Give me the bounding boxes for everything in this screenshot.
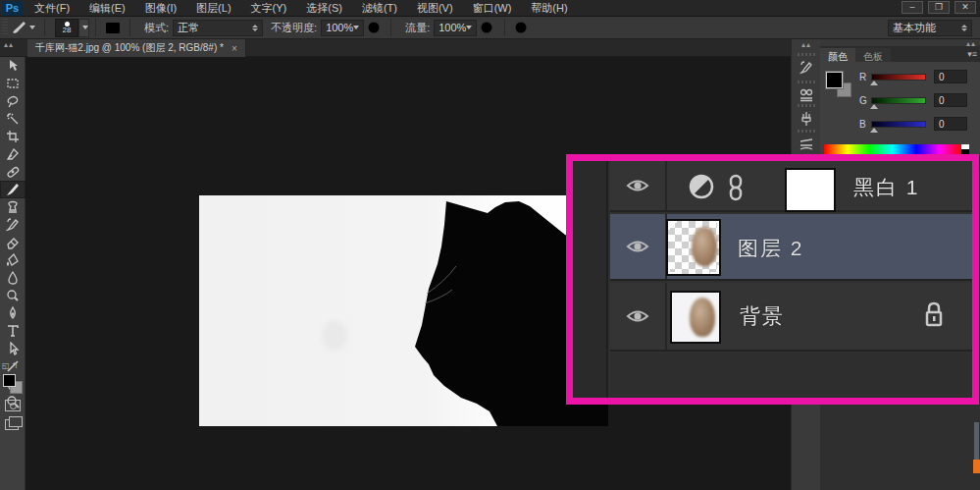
magic-wand-tool[interactable] (0, 110, 26, 128)
layer-mask-thumbnail[interactable] (785, 168, 836, 212)
blur-tool[interactable] (0, 269, 26, 287)
mode-label: 模式: (144, 21, 169, 35)
dodge-tool[interactable] (0, 287, 26, 304)
minimize-button[interactable]: – (902, 1, 923, 14)
screen-mode-icon[interactable] (5, 419, 19, 430)
menu-filter[interactable]: 滤镜(T) (352, 0, 407, 17)
panel-foreground-swatch[interactable] (826, 72, 843, 88)
pen-tool[interactable] (0, 304, 26, 322)
healing-brush-tool[interactable] (0, 163, 26, 181)
history-brush-tool[interactable] (0, 216, 26, 234)
chevron-down-icon (29, 26, 35, 29)
pressure-size-icon[interactable] (511, 18, 532, 37)
crop-tool[interactable] (0, 128, 26, 145)
menu-file[interactable]: 文件(F) (25, 0, 79, 17)
tab-swatches[interactable]: 色板 (855, 48, 891, 62)
red-slider[interactable] (871, 74, 926, 81)
blue-slider[interactable] (871, 121, 926, 128)
layer-name[interactable]: 黑白 1 (853, 174, 920, 201)
color-panel: R 0 G 0 B 0 (820, 62, 980, 156)
marquee-tool[interactable] (0, 75, 26, 92)
layer-row-blackwhite[interactable]: 黑白 1 (610, 161, 972, 212)
pressure-opacity-icon[interactable] (364, 18, 385, 37)
paint-bucket-tool[interactable] (0, 251, 26, 269)
workspace-value: 基本功能 (893, 21, 936, 35)
history-panel-icon[interactable] (795, 57, 818, 79)
color-spectrum-bar[interactable] (824, 144, 961, 154)
green-slider-row: G 0 (859, 93, 967, 107)
panel-color-swatches (826, 72, 851, 97)
menu-view[interactable]: 视图(V) (407, 0, 463, 17)
type-tool[interactable] (0, 322, 26, 340)
brush-preset-picker[interactable]: 28 (55, 19, 78, 37)
layers-empty-area (610, 354, 972, 398)
blend-mode-select[interactable]: 正常 (173, 20, 263, 36)
path-select-tool[interactable] (0, 340, 26, 357)
adjustment-panel-icon[interactable] (795, 84, 818, 106)
quick-mask-icon[interactable] (5, 400, 21, 411)
tab-color[interactable]: 颜色 (820, 48, 855, 62)
chevron-down-icon (466, 26, 472, 29)
green-value[interactable]: 0 (934, 93, 967, 107)
move-tool[interactable] (0, 57, 26, 75)
lock-icon (923, 300, 945, 330)
visibility-eye-icon[interactable] (626, 177, 649, 194)
menu-image[interactable]: 图像(I) (135, 0, 186, 17)
brush-size-value: 28 (63, 27, 72, 34)
clone-stamp-tool[interactable] (0, 198, 26, 216)
color-panel-tabs: 颜色 色板 ▾≡ (820, 46, 980, 62)
updown-arrows-icon (954, 25, 967, 31)
visibility-eye-icon[interactable] (626, 307, 649, 325)
eyedropper-tool[interactable] (0, 145, 26, 163)
menu-window[interactable]: 窗口(W) (463, 0, 522, 17)
opacity-value: 100% (326, 22, 353, 33)
layer-thumbnail[interactable] (670, 291, 721, 344)
tab-close-icon[interactable]: × (232, 43, 237, 54)
brush-tool[interactable] (0, 181, 26, 198)
layers-panel-lower-area (820, 405, 980, 490)
panel-menu-icon[interactable]: ▾≡ (967, 49, 977, 59)
layer-row-background[interactable]: 背景 (610, 283, 972, 352)
airbrush-icon[interactable] (477, 18, 498, 37)
menu-edit[interactable]: 编辑(E) (79, 0, 135, 17)
menu-select[interactable]: 选择(S) (296, 0, 352, 17)
layers-panel-zoom-overlay: 黑白 1 图层 2 (566, 154, 979, 405)
layer-name[interactable]: 背景 (740, 302, 785, 330)
brush-picker-arrow[interactable] (78, 19, 89, 37)
blend-mode-value: 正常 (178, 21, 199, 35)
restore-button[interactable]: ❐ (928, 1, 950, 14)
layer-thumbnail[interactable] (666, 219, 721, 276)
visibility-eye-icon[interactable] (626, 238, 649, 255)
brush-tool-icon[interactable] (8, 18, 38, 37)
tool-preset-panel-icon[interactable] (795, 134, 818, 155)
color-swatches (3, 374, 23, 394)
document-canvas[interactable] (199, 195, 608, 426)
red-value[interactable]: 0 (934, 70, 967, 83)
eraser-tool[interactable] (0, 234, 26, 251)
layer-row-layer2[interactable]: 图层 2 (610, 214, 972, 281)
green-slider[interactable] (871, 97, 926, 104)
flow-select[interactable]: 100% (434, 20, 477, 36)
blue-slider-row: B 0 (859, 117, 967, 131)
document-tab[interactable]: 千库网-猫2.jpg @ 100% (图层 2, RGB/8#) * × (27, 39, 246, 57)
lasso-tool[interactable] (0, 92, 26, 110)
mask-link-icon[interactable] (726, 174, 746, 203)
options-bar-grip[interactable] (2, 19, 8, 36)
swap-colors-icon[interactable]: ◱ ↰ (2, 361, 18, 370)
toggle-brush-panel-icon[interactable] (102, 18, 124, 37)
foreground-color-swatch[interactable] (3, 374, 16, 387)
layer-name[interactable]: 图层 2 (738, 235, 804, 262)
toolbar-collapse-icon[interactable]: ▴▴ (4, 40, 14, 49)
menu-help[interactable]: 帮助(H) (521, 0, 577, 17)
menu-type[interactable]: 文字(Y) (241, 0, 297, 17)
blue-value[interactable]: 0 (934, 117, 967, 131)
scrollbar-fragment[interactable] (974, 422, 979, 462)
opacity-label: 不透明度: (271, 21, 317, 35)
dock-collapse-icon[interactable]: ▴▴ (801, 40, 811, 49)
brush-panel-icon[interactable] (795, 108, 818, 130)
menu-layer[interactable]: 图层(L) (186, 0, 240, 17)
opacity-select[interactable]: 100% (321, 20, 364, 36)
workspace-select[interactable]: 基本功能 (888, 20, 972, 36)
close-button[interactable]: ✕ (954, 1, 976, 14)
document-title: 千库网-猫2.jpg @ 100% (图层 2, RGB/8#) * (35, 41, 224, 55)
